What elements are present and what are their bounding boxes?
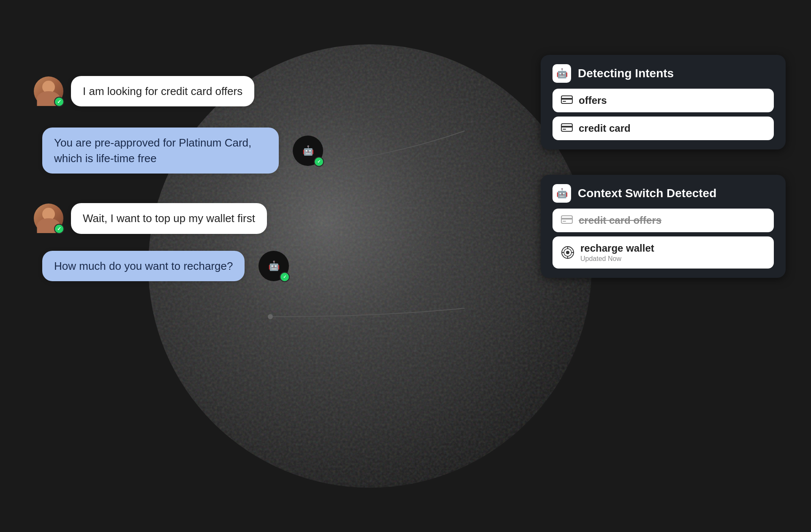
intent-item-credit-card-offers: credit card offers <box>552 209 774 232</box>
right-panels: 🤖 Detecting Intents offers <box>541 55 786 285</box>
panel2-title: Context Switch Detected <box>578 187 716 200</box>
intent-item-credit-card-text: credit card <box>579 122 631 134</box>
intent-item-recharge-wallet: recharge wallet Updated Now <box>552 236 774 269</box>
whatsapp-badge-bot-2: ✓ <box>280 272 290 282</box>
wallet-icon <box>561 246 574 259</box>
recharge-wallet-text: recharge wallet <box>580 242 654 254</box>
bot-avatar-1: 🤖 ✓ <box>293 136 323 166</box>
chat-row-3: ✓ Wait, I want to top up my wallet first <box>34 203 323 233</box>
svg-rect-3 <box>561 98 572 100</box>
svg-point-13 <box>566 251 569 254</box>
svg-rect-6 <box>561 126 572 128</box>
credit-card-icon-3 <box>561 215 573 226</box>
svg-rect-7 <box>563 129 566 130</box>
chat-area: ✓ I am looking for credit card offers Yo… <box>34 76 323 294</box>
context-switch-panel: 🤖 Context Switch Detected credit card of… <box>541 175 786 278</box>
intent-item-cc-offers-text: credit card offers <box>579 214 661 226</box>
whatsapp-badge-1: ✓ <box>54 97 64 107</box>
robot-icon-panel1: 🤖 <box>556 68 568 79</box>
panel2-items: credit card offers <box>552 209 774 269</box>
svg-rect-10 <box>563 221 566 222</box>
user-avatar-1: ✓ <box>34 76 63 106</box>
user-avatar-2: ✓ <box>34 204 63 233</box>
bot-bubble-1: You are pre-approved for Platinum Card, … <box>42 128 279 174</box>
svg-rect-4 <box>563 101 566 102</box>
bot-message-1-text: You are pre-approved for Platinum Card, … <box>54 136 251 164</box>
intent-item-offers: offers <box>552 89 774 112</box>
panel2-bot-icon: 🤖 <box>552 184 571 203</box>
user-bubble-1: I am looking for credit card offers <box>71 76 254 106</box>
chat-row-1: ✓ I am looking for credit card offers <box>34 76 323 106</box>
credit-card-icon-1 <box>561 95 573 106</box>
user-bubble-2: Wait, I want to top up my wallet first <box>71 203 267 233</box>
recharge-wallet-content: recharge wallet Updated Now <box>580 242 654 263</box>
chat-row-2: You are pre-approved for Platinum Card, … <box>42 128 323 174</box>
robot-icon-panel2: 🤖 <box>556 188 568 199</box>
user-message-2-text: Wait, I want to top up my wallet first <box>83 212 255 225</box>
bot-avatar-2: 🤖 ✓ <box>259 251 289 281</box>
whatsapp-badge-2: ✓ <box>54 224 64 234</box>
panel2-title-row: 🤖 Context Switch Detected <box>552 184 774 203</box>
scene: ✓ I am looking for credit card offers Yo… <box>0 0 811 532</box>
whatsapp-badge-bot-1: ✓ <box>314 157 324 167</box>
panel1-title: Detecting Intents <box>578 67 674 80</box>
bot-message-2-text: How much do you want to recharge? <box>54 260 233 272</box>
panel1-bot-icon: 🤖 <box>552 64 571 83</box>
chat-row-4: How much do you want to recharge? 🤖 ✓ <box>42 251 323 281</box>
intent-item-credit-card: credit card <box>552 117 774 140</box>
svg-rect-9 <box>561 218 572 220</box>
panel1-title-row: 🤖 Detecting Intents <box>552 64 774 83</box>
robot-icon-2: 🤖 <box>268 261 280 271</box>
user-message-1-text: I am looking for credit card offers <box>83 85 242 98</box>
bot-bubble-2: How much do you want to recharge? <box>42 251 245 281</box>
intent-item-offers-text: offers <box>579 95 607 106</box>
robot-icon-1: 🤖 <box>302 145 314 156</box>
recharge-wallet-subtext: Updated Now <box>580 255 654 263</box>
credit-card-icon-2 <box>561 123 573 134</box>
detecting-intents-panel: 🤖 Detecting Intents offers <box>541 55 786 149</box>
panel1-items: offers credit card <box>552 89 774 140</box>
